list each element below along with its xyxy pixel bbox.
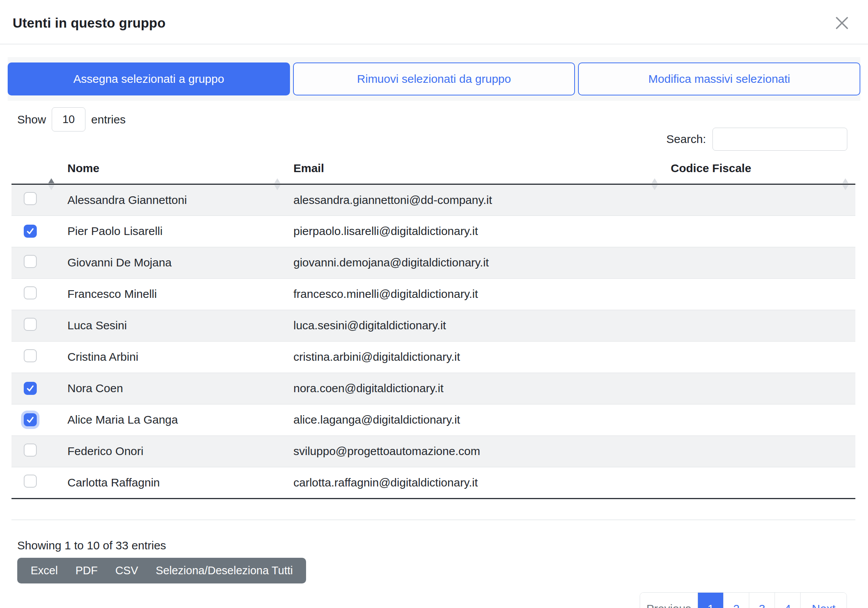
row-email: francesco.minelli@digitaldictionary.it	[287, 278, 665, 310]
action-button-0[interactable]: Assegna selezionati a gruppo	[8, 62, 290, 95]
row-codice-fiscale	[665, 278, 855, 310]
table-row: Federico Onorisviluppo@progettoautomazio…	[11, 435, 855, 467]
table-header-row: NomeEmailCodice Fiscale	[11, 153, 855, 184]
table-row: Nora Coennora.coen@digitaldictionary.it	[11, 373, 855, 404]
row-select-cell	[11, 247, 61, 278]
entries-per-page-select[interactable]: 10	[52, 107, 85, 131]
row-checkbox[interactable]	[24, 444, 37, 457]
row-codice-fiscale	[665, 341, 855, 373]
column-header-codice-fiscale[interactable]: Codice Fiscale	[665, 153, 855, 184]
sort-arrows-icon	[652, 178, 658, 190]
row-email: luca.sesini@digitaldictionary.it	[287, 310, 665, 341]
row-email: alessandra.giannettoni@dd-company.it	[287, 184, 665, 215]
column-header-email[interactable]: Email	[287, 153, 665, 184]
column-header-nome[interactable]: Nome	[61, 153, 287, 184]
table-row: Luca Sesiniluca.sesini@digitaldictionary…	[11, 310, 855, 341]
row-select-cell	[11, 341, 61, 373]
sort-arrows-icon	[842, 178, 848, 190]
row-email: nora.coen@digitaldictionary.it	[287, 373, 665, 404]
row-email: giovanni.demojana@digitaldictionary.it	[287, 247, 665, 278]
modal-utenti-gruppo: { "modal": { "title": "Utenti in questo …	[0, 0, 868, 608]
sort-arrows-icon	[274, 178, 280, 190]
row-checkbox[interactable]	[24, 286, 37, 299]
row-email: sviluppo@progettoautomazione.com	[287, 435, 665, 467]
row-select-cell	[11, 404, 61, 435]
column-label: Nome	[67, 162, 99, 174]
row-name: Luca Sesini	[61, 310, 287, 341]
check-icon	[26, 384, 34, 393]
row-name: Alessandra Giannettoni	[61, 184, 287, 215]
row-checkbox[interactable]	[24, 349, 37, 362]
row-name: Alice Maria La Ganga	[61, 404, 287, 435]
row-name: Federico Onori	[61, 435, 287, 467]
row-email: alice.laganga@digitaldictionary.it	[287, 404, 665, 435]
row-select-cell	[11, 278, 61, 310]
row-codice-fiscale	[665, 467, 855, 498]
table-row: Cristina Arbinicristina.arbini@digitaldi…	[11, 341, 855, 373]
table-row: Pier Paolo Lisarellipierpaolo.lisarelli@…	[11, 215, 855, 247]
row-codice-fiscale	[665, 435, 855, 467]
row-codice-fiscale	[665, 310, 855, 341]
row-checkbox[interactable]	[24, 382, 37, 395]
length-suffix-label: entries	[91, 113, 126, 126]
export-button-group: ExcelPDFCSVSeleziona/Deseleziona Tutti	[17, 558, 306, 583]
row-name: Carlotta Raffagnin	[61, 467, 287, 498]
table-head: NomeEmailCodice Fiscale	[11, 153, 855, 184]
row-checkbox[interactable]	[24, 318, 37, 331]
export-button-2[interactable]: CSV	[106, 564, 147, 577]
check-icon	[26, 416, 34, 424]
row-codice-fiscale	[665, 247, 855, 278]
action-button-1[interactable]: Rimuovi selezionati da gruppo	[293, 62, 575, 95]
users-table-wrap: NomeEmailCodice Fiscale Alessandra Giann…	[11, 153, 855, 499]
row-checkbox[interactable]	[24, 255, 37, 268]
close-button[interactable]	[831, 12, 853, 34]
page-item-2[interactable]: 2	[723, 593, 749, 608]
row-codice-fiscale	[665, 215, 855, 247]
row-select-cell	[11, 435, 61, 467]
close-icon	[834, 15, 850, 31]
row-select-cell	[11, 215, 61, 247]
users-table: NomeEmailCodice Fiscale Alessandra Giann…	[11, 153, 855, 499]
table-row: Alessandra Giannettonialessandra.giannet…	[11, 184, 855, 215]
row-codice-fiscale	[665, 184, 855, 215]
row-name: Giovanni De Mojana	[61, 247, 287, 278]
table-row: Francesco Minellifrancesco.minelli@digit…	[11, 278, 855, 310]
row-checkbox[interactable]	[24, 225, 37, 238]
row-checkbox[interactable]	[24, 192, 37, 205]
column-label: Codice Fiscale	[671, 162, 751, 174]
sort-arrows-icon	[48, 178, 54, 190]
row-checkbox[interactable]	[24, 413, 37, 426]
column-label: Email	[293, 162, 324, 174]
modal-header: Utenti in questo gruppo	[0, 0, 868, 44]
table-row: Giovanni De Mojanagiovanni.demojana@digi…	[11, 247, 855, 278]
row-codice-fiscale	[665, 373, 855, 404]
footer-divider	[11, 519, 855, 520]
table-summary: Showing 1 to 10 of 33 entries	[17, 539, 868, 552]
row-name: Nora Coen	[61, 373, 287, 404]
search-control: Search:	[667, 128, 847, 151]
page-item-4[interactable]: 4	[775, 593, 800, 608]
search-label: Search:	[667, 133, 706, 146]
action-button-2[interactable]: Modifica massivi selezionati	[578, 62, 860, 95]
pagination: Previous1234Next	[640, 592, 847, 608]
page-item-3[interactable]: 3	[749, 593, 775, 608]
bulk-actions-toolbar: Assegna selezionati a gruppoRimuovi sele…	[8, 57, 860, 101]
row-select-cell	[11, 373, 61, 404]
table-body: Alessandra Giannettonialessandra.giannet…	[11, 184, 855, 498]
export-button-0[interactable]: Excel	[22, 564, 67, 577]
modal-title: Utenti in questo gruppo	[13, 15, 165, 31]
export-button-3[interactable]: Seleziona/Deseleziona Tutti	[147, 564, 302, 577]
export-button-1[interactable]: PDF	[67, 564, 106, 577]
search-input[interactable]	[712, 128, 847, 151]
length-prefix-label: Show	[17, 113, 46, 126]
row-email: pierpaolo.lisarelli@digitaldictionary.it	[287, 215, 665, 247]
check-icon	[26, 227, 34, 235]
page-item-1[interactable]: 1	[698, 593, 723, 608]
table-row: Carlotta Raffagnincarlotta.raffagnin@dig…	[11, 467, 855, 498]
page-item-next[interactable]: Next	[800, 593, 847, 608]
page-item-previous[interactable]: Previous	[640, 593, 698, 608]
column-header-select[interactable]	[11, 153, 61, 184]
row-select-cell	[11, 310, 61, 341]
row-checkbox[interactable]	[24, 475, 37, 488]
row-select-cell	[11, 467, 61, 498]
